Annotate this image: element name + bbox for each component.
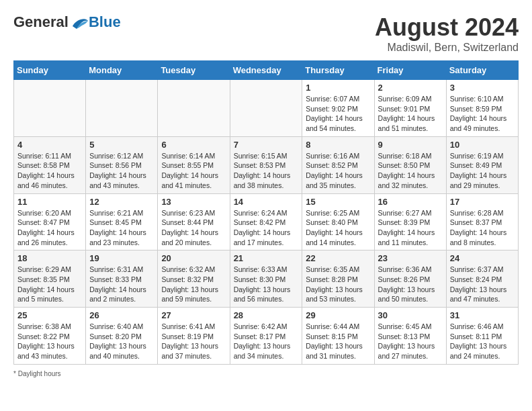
calendar-cell-21: 21Sunrise: 6:33 AMSunset: 8:30 PMDayligh… bbox=[230, 250, 302, 308]
day-info-15: Sunrise: 6:25 AMSunset: 8:40 PMDaylight:… bbox=[306, 208, 370, 248]
day-number-23: 23 bbox=[378, 253, 443, 263]
calendar-cell-8: 8Sunrise: 6:16 AMSunset: 8:52 PMDaylight… bbox=[302, 136, 374, 193]
day-number-5: 5 bbox=[89, 140, 154, 150]
day-number-11: 11 bbox=[17, 197, 82, 207]
day-number-20: 20 bbox=[161, 253, 226, 263]
calendar-cell-14: 14Sunrise: 6:24 AMSunset: 8:42 PMDayligh… bbox=[230, 193, 302, 250]
calendar-cell-1: 1Sunrise: 6:07 AMSunset: 9:02 PMDaylight… bbox=[302, 80, 374, 137]
day-number-1: 1 bbox=[306, 83, 370, 93]
calendar-cell-16: 16Sunrise: 6:27 AMSunset: 8:39 PMDayligh… bbox=[374, 193, 446, 250]
calendar-cell-15: 15Sunrise: 6:25 AMSunset: 8:40 PMDayligh… bbox=[302, 193, 374, 250]
calendar-cell-19: 19Sunrise: 6:31 AMSunset: 8:33 PMDayligh… bbox=[86, 250, 158, 308]
calendar-header-saturday: Saturday bbox=[446, 61, 518, 80]
day-info-22: Sunrise: 6:35 AMSunset: 8:28 PMDaylight:… bbox=[306, 265, 370, 304]
day-info-11: Sunrise: 6:20 AMSunset: 8:47 PMDaylight:… bbox=[17, 208, 82, 248]
calendar-cell-13: 13Sunrise: 6:23 AMSunset: 8:44 PMDayligh… bbox=[158, 193, 230, 250]
calendar-cell-9: 9Sunrise: 6:18 AMSunset: 8:50 PMDaylight… bbox=[374, 136, 446, 193]
calendar-cell-empty bbox=[14, 80, 86, 137]
day-info-20: Sunrise: 6:32 AMSunset: 8:32 PMDaylight:… bbox=[161, 265, 226, 304]
day-number-6: 6 bbox=[161, 140, 226, 150]
day-info-18: Sunrise: 6:29 AMSunset: 8:35 PMDaylight:… bbox=[17, 265, 82, 304]
logo: General Blue bbox=[13, 13, 121, 31]
day-info-2: Sunrise: 6:09 AMSunset: 9:01 PMDaylight:… bbox=[378, 94, 443, 134]
day-number-22: 22 bbox=[306, 253, 370, 263]
day-info-24: Sunrise: 6:37 AMSunset: 8:24 PMDaylight:… bbox=[450, 265, 515, 304]
day-info-6: Sunrise: 6:14 AMSunset: 8:55 PMDaylight:… bbox=[161, 151, 226, 191]
calendar-week-row-5: 25Sunrise: 6:38 AMSunset: 8:22 PMDayligh… bbox=[14, 308, 519, 365]
day-info-27: Sunrise: 6:41 AMSunset: 8:19 PMDaylight:… bbox=[161, 322, 226, 361]
day-info-25: Sunrise: 6:38 AMSunset: 8:22 PMDaylight:… bbox=[17, 322, 82, 361]
logo-bird-icon bbox=[70, 14, 89, 30]
calendar-week-row-2: 4Sunrise: 6:11 AMSunset: 8:58 PMDaylight… bbox=[14, 136, 519, 193]
day-info-31: Sunrise: 6:46 AMSunset: 8:11 PMDaylight:… bbox=[450, 322, 515, 361]
day-info-30: Sunrise: 6:45 AMSunset: 8:13 PMDaylight:… bbox=[378, 322, 443, 361]
logo-blue-text: Blue bbox=[89, 13, 121, 31]
day-number-27: 27 bbox=[161, 310, 226, 320]
day-info-13: Sunrise: 6:23 AMSunset: 8:44 PMDaylight:… bbox=[161, 208, 226, 248]
day-info-4: Sunrise: 6:11 AMSunset: 8:58 PMDaylight:… bbox=[17, 151, 82, 191]
day-number-14: 14 bbox=[234, 197, 299, 207]
day-info-5: Sunrise: 6:12 AMSunset: 8:56 PMDaylight:… bbox=[89, 151, 154, 191]
calendar-cell-6: 6Sunrise: 6:14 AMSunset: 8:55 PMDaylight… bbox=[158, 136, 230, 193]
calendar-cell-7: 7Sunrise: 6:15 AMSunset: 8:53 PMDaylight… bbox=[230, 136, 302, 193]
day-info-23: Sunrise: 6:36 AMSunset: 8:26 PMDaylight:… bbox=[378, 265, 443, 304]
calendar-cell-11: 11Sunrise: 6:20 AMSunset: 8:47 PMDayligh… bbox=[14, 193, 86, 250]
month-year-title: August 2024 bbox=[375, 13, 519, 42]
day-number-24: 24 bbox=[450, 253, 515, 263]
day-number-16: 16 bbox=[378, 197, 443, 207]
calendar-header-thursday: Thursday bbox=[302, 61, 374, 80]
calendar-cell-25: 25Sunrise: 6:38 AMSunset: 8:22 PMDayligh… bbox=[14, 308, 86, 365]
day-info-19: Sunrise: 6:31 AMSunset: 8:33 PMDaylight:… bbox=[89, 265, 154, 304]
day-info-7: Sunrise: 6:15 AMSunset: 8:53 PMDaylight:… bbox=[234, 151, 299, 191]
day-number-29: 29 bbox=[306, 310, 370, 320]
day-info-1: Sunrise: 6:07 AMSunset: 9:02 PMDaylight:… bbox=[306, 94, 370, 134]
day-number-12: 12 bbox=[89, 197, 154, 207]
day-info-9: Sunrise: 6:18 AMSunset: 8:50 PMDaylight:… bbox=[378, 151, 443, 191]
location-subtitle: Madiswil, Bern, Switzerland bbox=[375, 42, 519, 54]
day-info-28: Sunrise: 6:42 AMSunset: 8:17 PMDaylight:… bbox=[234, 322, 299, 361]
calendar-cell-empty bbox=[230, 80, 302, 137]
day-info-3: Sunrise: 6:10 AMSunset: 8:59 PMDaylight:… bbox=[450, 94, 515, 134]
day-info-12: Sunrise: 6:21 AMSunset: 8:45 PMDaylight:… bbox=[89, 208, 154, 248]
calendar-week-row-1: 1Sunrise: 6:07 AMSunset: 9:02 PMDaylight… bbox=[14, 80, 519, 137]
day-number-8: 8 bbox=[306, 140, 370, 150]
day-info-14: Sunrise: 6:24 AMSunset: 8:42 PMDaylight:… bbox=[234, 208, 299, 248]
calendar-cell-4: 4Sunrise: 6:11 AMSunset: 8:58 PMDaylight… bbox=[14, 136, 86, 193]
day-number-4: 4 bbox=[17, 140, 82, 150]
day-number-31: 31 bbox=[450, 310, 515, 320]
calendar-header-sunday: Sunday bbox=[14, 61, 86, 80]
calendar-week-row-4: 18Sunrise: 6:29 AMSunset: 8:35 PMDayligh… bbox=[14, 250, 519, 308]
calendar-cell-20: 20Sunrise: 6:32 AMSunset: 8:32 PMDayligh… bbox=[158, 250, 230, 308]
day-info-26: Sunrise: 6:40 AMSunset: 8:20 PMDaylight:… bbox=[89, 322, 154, 361]
day-number-17: 17 bbox=[450, 197, 515, 207]
day-number-7: 7 bbox=[234, 140, 299, 150]
logo-general-text: General bbox=[13, 13, 69, 31]
day-number-2: 2 bbox=[378, 83, 443, 93]
calendar-cell-24: 24Sunrise: 6:37 AMSunset: 8:24 PMDayligh… bbox=[446, 250, 518, 308]
calendar-cell-23: 23Sunrise: 6:36 AMSunset: 8:26 PMDayligh… bbox=[374, 250, 446, 308]
day-number-26: 26 bbox=[89, 310, 154, 320]
day-info-21: Sunrise: 6:33 AMSunset: 8:30 PMDaylight:… bbox=[234, 265, 299, 304]
day-number-25: 25 bbox=[17, 310, 82, 320]
day-number-30: 30 bbox=[378, 310, 443, 320]
day-number-3: 3 bbox=[450, 83, 515, 93]
calendar-cell-29: 29Sunrise: 6:44 AMSunset: 8:15 PMDayligh… bbox=[302, 308, 374, 365]
calendar-cell-31: 31Sunrise: 6:46 AMSunset: 8:11 PMDayligh… bbox=[446, 308, 518, 365]
day-number-18: 18 bbox=[17, 253, 82, 263]
day-number-9: 9 bbox=[378, 140, 443, 150]
calendar-cell-10: 10Sunrise: 6:19 AMSunset: 8:49 PMDayligh… bbox=[446, 136, 518, 193]
day-number-13: 13 bbox=[161, 197, 226, 207]
calendar-header-tuesday: Tuesday bbox=[158, 61, 230, 80]
calendar-cell-17: 17Sunrise: 6:28 AMSunset: 8:37 PMDayligh… bbox=[446, 193, 518, 250]
calendar-header-friday: Friday bbox=[374, 61, 446, 80]
day-number-19: 19 bbox=[89, 253, 154, 263]
calendar-header-wednesday: Wednesday bbox=[230, 61, 302, 80]
calendar-cell-22: 22Sunrise: 6:35 AMSunset: 8:28 PMDayligh… bbox=[302, 250, 374, 308]
calendar-cell-12: 12Sunrise: 6:21 AMSunset: 8:45 PMDayligh… bbox=[86, 193, 158, 250]
calendar-cell-27: 27Sunrise: 6:41 AMSunset: 8:19 PMDayligh… bbox=[158, 308, 230, 365]
calendar-header-monday: Monday bbox=[86, 61, 158, 80]
page-header: General Blue August 2024 Madiswil, Bern,… bbox=[13, 13, 519, 54]
day-number-28: 28 bbox=[234, 310, 299, 320]
day-info-29: Sunrise: 6:44 AMSunset: 8:15 PMDaylight:… bbox=[306, 322, 370, 361]
calendar-cell-empty bbox=[86, 80, 158, 137]
